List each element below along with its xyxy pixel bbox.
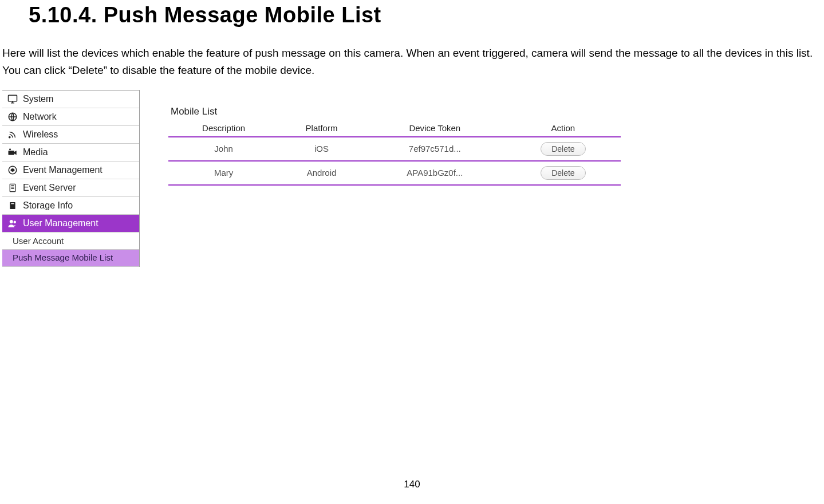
- sidebar-item-wireless[interactable]: Wireless: [2, 126, 139, 144]
- svg-point-13: [14, 220, 17, 223]
- cell-description: Mary: [168, 161, 279, 185]
- globe-icon: [7, 111, 18, 123]
- cell-platform: Android: [279, 161, 364, 185]
- mobile-list-table: Description Platform Device Token Action…: [168, 120, 621, 186]
- sidebar-item-event-server[interactable]: Event Server: [2, 179, 139, 197]
- settings-sidebar: System Network Wireless Media: [2, 90, 140, 267]
- sidebar-item-label: Event Management: [23, 165, 102, 175]
- eye-icon: [7, 164, 18, 176]
- user-icon: [7, 218, 18, 229]
- sidebar-subitem-label: Push Message Mobile List: [13, 253, 113, 262]
- sidebar-item-label: System: [23, 94, 53, 104]
- sidebar-item-network[interactable]: Network: [2, 108, 139, 126]
- svg-rect-11: [11, 203, 14, 204]
- svg-rect-3: [9, 151, 15, 155]
- sidebar-item-system[interactable]: System: [2, 90, 139, 108]
- sidebar-item-label: Storage Info: [23, 200, 73, 211]
- col-token: Device Token: [364, 120, 506, 137]
- cell-token: APA91bGz0f...: [364, 161, 506, 185]
- col-platform: Platform: [279, 120, 364, 137]
- sidebar-item-label: Media: [23, 147, 48, 158]
- table-row: Mary Android APA91bGz0f... Delete: [168, 161, 621, 185]
- svg-rect-10: [10, 202, 15, 209]
- sidebar-item-label: Network: [23, 112, 57, 122]
- mobile-list-panel: Mobile List Description Platform Device …: [168, 90, 621, 186]
- svg-rect-8: [11, 187, 14, 187]
- storage-icon: [7, 200, 18, 211]
- sidebar-item-media[interactable]: Media: [2, 144, 139, 162]
- cell-platform: iOS: [279, 137, 364, 161]
- col-action: Action: [506, 120, 621, 137]
- sidebar-item-label: Event Server: [23, 183, 76, 193]
- table-header-row: Description Platform Device Token Action: [168, 120, 621, 137]
- cell-description: John: [168, 137, 279, 161]
- sidebar-subitem-label: User Account: [13, 236, 64, 246]
- sidebar-subitem-user-account[interactable]: User Account: [2, 233, 139, 250]
- table-row: John iOS 7ef97c571d... Delete: [168, 137, 621, 161]
- svg-point-2: [9, 136, 10, 137]
- server-icon: [7, 182, 18, 194]
- panel-title: Mobile List: [171, 106, 621, 117]
- svg-rect-9: [11, 188, 14, 188]
- cell-action: Delete: [506, 137, 621, 161]
- svg-rect-7: [11, 185, 14, 186]
- monitor-icon: [7, 93, 18, 105]
- sidebar-item-label: User Management: [23, 218, 98, 229]
- delete-button[interactable]: Delete: [541, 142, 585, 156]
- cell-action: Delete: [506, 161, 621, 185]
- sidebar-item-storage-info[interactable]: Storage Info: [2, 197, 139, 215]
- sidebar-item-label: Wireless: [23, 129, 58, 140]
- sidebar-item-user-management[interactable]: User Management: [2, 215, 139, 233]
- section-heading: 5.10.4. Push Message Mobile List: [29, 3, 824, 27]
- page-number: 140: [0, 479, 824, 490]
- svg-rect-0: [9, 95, 17, 101]
- cell-token: 7ef97c571d...: [364, 137, 506, 161]
- signal-icon: [7, 129, 18, 140]
- col-description: Description: [168, 120, 279, 137]
- svg-point-12: [10, 220, 13, 223]
- ui-screenshot-figure: System Network Wireless Media: [2, 90, 824, 267]
- camera-icon: [7, 147, 18, 158]
- sidebar-subitem-push-message-mobile-list[interactable]: Push Message Mobile List: [2, 250, 139, 267]
- sidebar-item-event-management[interactable]: Event Management: [2, 162, 139, 179]
- delete-button[interactable]: Delete: [541, 166, 585, 180]
- intro-paragraph: Here will list the devices which enable …: [2, 45, 822, 80]
- svg-point-4: [9, 148, 11, 150]
